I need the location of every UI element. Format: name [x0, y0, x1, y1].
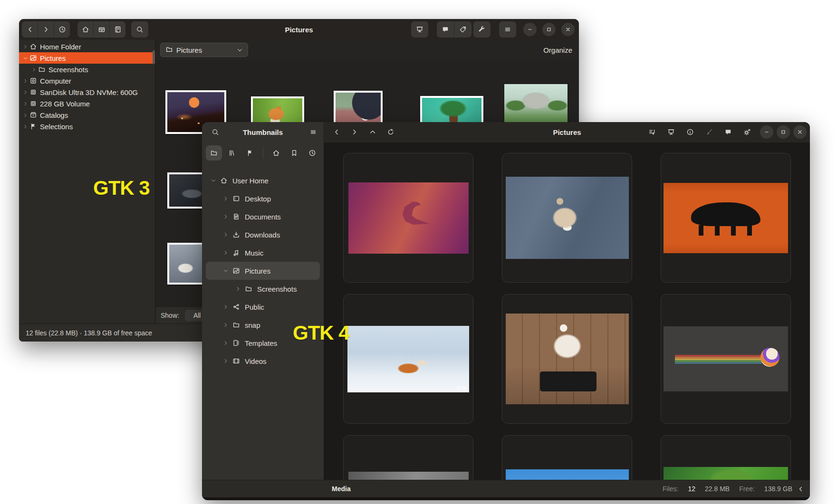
minimize-button[interactable]: [760, 125, 773, 139]
search-button[interactable]: [208, 124, 223, 140]
tree-item-label: Documents: [245, 213, 281, 221]
chevron-right-icon[interactable]: [221, 196, 231, 201]
tree-item-pictures[interactable]: Pictures: [206, 262, 320, 280]
tree-item-public[interactable]: Public: [206, 298, 320, 316]
chevron-right-icon[interactable]: [221, 250, 231, 256]
gtk3-titlebar[interactable]: Pictures: [19, 19, 579, 40]
gtk4-thumbnail-grid: Bing: [324, 143, 810, 480]
slideshow-button[interactable]: [411, 21, 428, 38]
tree-item-videos[interactable]: Videos: [206, 352, 320, 370]
chevron-right-icon[interactable]: [221, 214, 231, 219]
template-icon: [232, 339, 240, 347]
search-button[interactable]: [131, 21, 148, 38]
tree-item-desktop[interactable]: Desktop: [206, 190, 320, 208]
gtk3-search-slot: [131, 21, 148, 38]
chevron-right-icon[interactable]: [21, 101, 29, 106]
close-button[interactable]: [561, 23, 575, 36]
sidebar-tab-selections[interactable]: [242, 145, 258, 161]
thumbnail-card-gray-gradient[interactable]: [343, 435, 473, 480]
chevron-right-icon[interactable]: [221, 232, 231, 238]
thumbnail-card-cat-with-gpu[interactable]: [502, 294, 632, 424]
gtk4-headerbar[interactable]: Pictures: [324, 122, 810, 143]
thumbnail-card-fox-in-snow[interactable]: Bing: [343, 294, 473, 424]
sidebar-tab-libraries[interactable]: [224, 145, 240, 161]
history-button[interactable]: [54, 21, 70, 38]
home-button[interactable]: [77, 21, 94, 38]
chevron-right-icon[interactable]: [221, 322, 231, 328]
sidebar-item-sandisk-ultra-3d-nvme-600g[interactable]: SanDisk Ultra 3D NVMe: 600G: [19, 86, 155, 98]
gtk3-folder-dropdown[interactable]: Pictures: [160, 43, 248, 57]
sidebar-tab-history[interactable]: [304, 145, 320, 161]
chevron-right-icon[interactable]: [233, 286, 243, 292]
settings-button[interactable]: [740, 124, 755, 140]
chevron-right-icon[interactable]: [21, 113, 29, 118]
thumbnail-palace-garden[interactable]: [504, 84, 568, 125]
chevron-right-icon[interactable]: [21, 90, 29, 95]
chevron-right-icon[interactable]: [221, 358, 231, 364]
chevron-down-icon[interactable]: [21, 56, 29, 61]
gtk4-sidebar-header[interactable]: Thumbnails: [202, 122, 324, 143]
cat-on-couch-image: [506, 177, 629, 259]
maximize-button[interactable]: [777, 125, 790, 139]
sidebar-item-catalogs[interactable]: Catalogs: [19, 109, 155, 121]
folder-icon: [245, 285, 252, 293]
tree-item-screenshots[interactable]: Screenshots: [206, 280, 320, 298]
files-count: 12: [688, 485, 695, 493]
chevron-right-icon[interactable]: [21, 44, 29, 49]
sidebar-item-228-gb-volume[interactable]: 228 GB Volume: [19, 98, 155, 109]
sidebar-tab-home[interactable]: [268, 145, 284, 161]
thumbnail-card-green-tree-art[interactable]: [661, 435, 791, 480]
tags-button[interactable]: [454, 21, 471, 38]
notes-button[interactable]: [110, 21, 125, 38]
slideshow-button[interactable]: [664, 124, 679, 140]
sidebar-tab-folders[interactable]: [206, 145, 222, 161]
sidebar-item-home-folder[interactable]: Home Folder: [19, 41, 155, 52]
chevron-down-icon[interactable]: [209, 178, 218, 183]
comment-button[interactable]: [721, 124, 736, 140]
back-button[interactable]: [329, 124, 344, 140]
tree-item-user-home[interactable]: User Home: [206, 171, 320, 190]
forward-button[interactable]: [38, 21, 54, 38]
chevron-right-icon[interactable]: [21, 124, 29, 129]
palace-garden-image: [504, 84, 568, 125]
thumbnail-card-firefox-wallpaper[interactable]: [661, 294, 791, 424]
thumbnail-cat-blanket[interactable]: [167, 243, 207, 285]
chevron-right-icon[interactable]: [29, 67, 38, 72]
sort-button[interactable]: [645, 124, 660, 140]
organize-button[interactable]: Organize: [543, 46, 572, 54]
thumbnail-card-sky-landscape[interactable]: [502, 435, 632, 480]
thumbnail-card-cat-on-couch[interactable]: [502, 153, 632, 283]
tree-item-music[interactable]: Music: [206, 244, 320, 262]
thumbnail-card-ubuntu-wallpaper[interactable]: [343, 153, 473, 283]
tree-item-documents[interactable]: Documents: [206, 208, 320, 226]
forward-button[interactable]: [347, 124, 362, 140]
tree-item-label: Music: [245, 249, 263, 257]
edit-button[interactable]: [702, 124, 717, 140]
maximize-button[interactable]: [542, 23, 556, 36]
close-button[interactable]: [793, 125, 807, 139]
sidebar-item-selections[interactable]: Selections: [19, 121, 155, 132]
tree-item-downloads[interactable]: Downloads: [206, 226, 320, 244]
collapse-statusbar-button[interactable]: [797, 485, 804, 493]
comment-button[interactable]: [437, 21, 454, 38]
menu-button[interactable]: [499, 21, 516, 38]
chevron-down-icon[interactable]: [221, 268, 231, 274]
tools-button[interactable]: [473, 21, 491, 38]
chevron-right-icon[interactable]: [221, 304, 231, 310]
drives-button[interactable]: [94, 21, 110, 38]
back-button[interactable]: [22, 21, 38, 38]
sidebar-item-computer[interactable]: Computer: [19, 75, 155, 86]
reload-button[interactable]: [383, 124, 398, 140]
up-button[interactable]: [365, 124, 380, 140]
sidebar-item-screenshots[interactable]: Screenshots: [19, 64, 155, 75]
chevron-right-icon[interactable]: [21, 78, 29, 84]
menu-button[interactable]: [306, 124, 321, 140]
sidebar-tab-bookmarks[interactable]: [286, 145, 302, 161]
info-button[interactable]: [683, 124, 698, 140]
thumbnail-card-orange-animal-art[interactable]: [661, 153, 791, 283]
sidebar-item-pictures[interactable]: Pictures: [19, 52, 155, 64]
minimize-button[interactable]: [523, 23, 537, 36]
gtk3-sidebar-scrollbar[interactable]: [153, 50, 155, 64]
sidebar-item-label: Selections: [40, 123, 73, 131]
chevron-right-icon[interactable]: [221, 340, 231, 346]
